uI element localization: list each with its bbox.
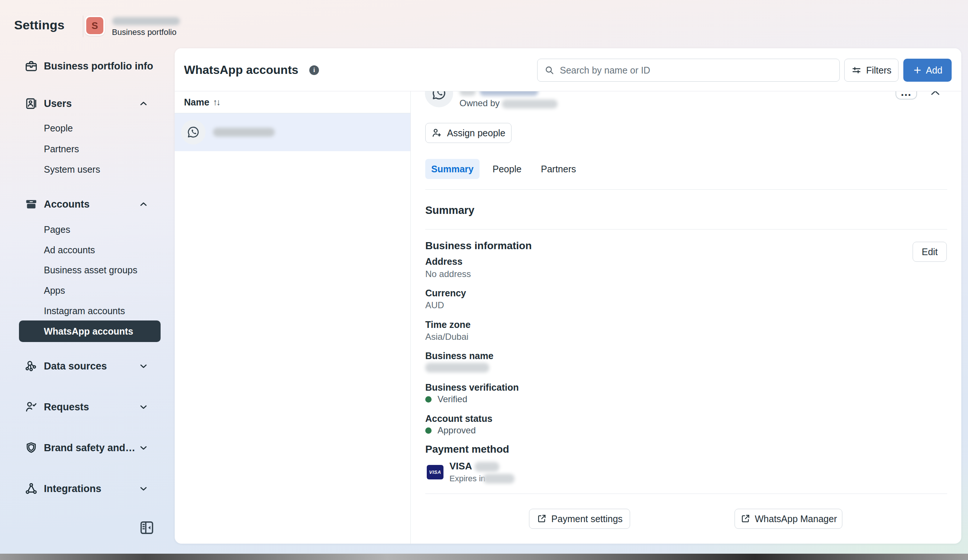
chevron-up-icon[interactable] xyxy=(138,199,149,210)
payment-settings-button[interactable]: Payment settings xyxy=(529,509,630,529)
business-information-heading: Business information xyxy=(425,240,532,252)
whatsapp-manager-button[interactable]: WhatsApp Manager xyxy=(734,509,842,529)
search-icon xyxy=(544,65,555,75)
sidebar-item-whatsapp-accounts-selected[interactable]: WhatsApp accounts xyxy=(19,320,161,342)
sidebar-item-label: People xyxy=(44,123,73,134)
column-name-label: Name xyxy=(184,97,209,108)
payment-method-heading: Payment method xyxy=(425,443,509,455)
info-icon[interactable]: i xyxy=(309,65,319,75)
sidebar-item-data-sources[interactable]: Data sources xyxy=(0,359,175,373)
timezone-label: Time zone xyxy=(425,319,471,330)
main-content-card: Owned by … WhatsApp accounts i Filters A… xyxy=(175,48,961,543)
tab-summary-active[interactable]: Summary xyxy=(425,159,479,179)
verification-status-text: Verified xyxy=(438,394,467,405)
pane-divider xyxy=(410,91,411,543)
assign-people-button[interactable]: Assign people xyxy=(425,123,512,143)
filters-button[interactable]: Filters xyxy=(844,59,898,82)
row-account-name-blurred xyxy=(213,128,275,137)
payment-settings-label: Payment settings xyxy=(551,514,623,524)
chevron-down-icon[interactable] xyxy=(138,484,149,494)
summary-heading: Summary xyxy=(425,204,474,216)
chevron-down-icon[interactable] xyxy=(138,361,149,372)
whatsapp-manager-label: WhatsApp Manager xyxy=(755,514,837,524)
owner-name-blurred xyxy=(502,99,558,109)
sidebar-item-label: Partners xyxy=(44,144,79,154)
sidebar-item-label: Apps xyxy=(44,285,65,296)
sort-icon[interactable]: ↑↓ xyxy=(213,97,220,107)
sidebar-item-label: Business asset groups xyxy=(44,265,138,276)
account-status-text: Approved xyxy=(438,425,476,436)
tab-people[interactable]: People xyxy=(492,159,522,179)
sidebar-item-users[interactable]: Users xyxy=(0,96,175,111)
sidebar-item-people[interactable]: People xyxy=(0,121,175,135)
sidebar-item-label: Accounts xyxy=(44,199,90,210)
assign-people-label: Assign people xyxy=(447,128,505,139)
sidebar-item-label: Instagram accounts xyxy=(44,306,125,316)
search-box[interactable] xyxy=(537,59,840,82)
divider xyxy=(425,494,947,494)
shield-icon xyxy=(25,441,38,454)
page-title: Settings xyxy=(14,18,65,32)
divider xyxy=(425,229,947,230)
search-input[interactable] xyxy=(560,65,827,76)
business-name-blurred xyxy=(112,17,180,25)
tab-partners[interactable]: Partners xyxy=(541,159,576,179)
sidebar-item-requests[interactable]: Requests xyxy=(0,400,175,415)
sidebar-item-brand-safety[interactable]: Brand safety and… xyxy=(0,440,175,455)
business-name-value-blurred xyxy=(425,363,489,372)
sidebar-item-instagram-accounts[interactable]: Instagram accounts xyxy=(0,303,175,318)
portfolio-type-label: Business portfolio xyxy=(112,28,177,37)
sidebar-item-pages[interactable]: Pages xyxy=(0,222,175,237)
account-status-label: Account status xyxy=(425,413,492,424)
data-sources-icon xyxy=(25,360,38,373)
filters-label: Filters xyxy=(866,65,892,76)
archive-box-icon xyxy=(25,198,38,211)
list-column-header[interactable]: Name ↑↓ xyxy=(175,91,410,113)
whatsapp-icon xyxy=(186,125,201,139)
green-status-dot xyxy=(425,428,432,434)
sidebar-item-business-portfolio-info[interactable]: Business portfolio info xyxy=(0,59,175,74)
whatsapp-account-row-selected[interactable] xyxy=(175,113,410,151)
owned-by-label: Owned by xyxy=(459,98,500,109)
card-header: WhatsApp accounts i Filters Add xyxy=(175,48,961,91)
business-avatar[interactable]: S xyxy=(85,16,105,36)
expiry-date-blurred xyxy=(483,474,514,484)
account-status: Approved xyxy=(425,425,476,436)
sidebar-item-partners[interactable]: Partners xyxy=(0,142,175,156)
briefcase-icon xyxy=(25,59,38,73)
chevron-up-icon[interactable] xyxy=(138,98,149,109)
external-link-icon xyxy=(740,514,751,524)
sidebar-item-apps[interactable]: Apps xyxy=(0,283,175,298)
visa-card-icon: VISA xyxy=(427,465,444,479)
verification-status: Verified xyxy=(425,394,467,405)
sidebar-item-label: Ad accounts xyxy=(44,245,95,256)
sidebar-item-integrations[interactable]: Integrations xyxy=(0,481,175,496)
sidebar-item-label: Integrations xyxy=(44,483,101,495)
sidebar-item-ad-accounts[interactable]: Ad accounts xyxy=(0,243,175,257)
business-name-label: Business name xyxy=(425,350,493,361)
divider xyxy=(425,189,947,190)
edit-button[interactable]: Edit xyxy=(913,242,947,262)
sidebar-item-label: WhatsApp accounts xyxy=(44,326,133,337)
chevron-down-icon[interactable] xyxy=(138,443,149,453)
add-label: Add xyxy=(926,65,942,76)
sidebar-item-system-users[interactable]: System users xyxy=(0,162,175,177)
chevron-down-icon[interactable] xyxy=(138,402,149,412)
sidebar-item-accounts[interactable]: Accounts xyxy=(0,197,175,211)
business-verification-label: Business verification xyxy=(425,382,519,393)
plus-icon xyxy=(913,65,922,75)
id-badge-icon xyxy=(25,97,38,110)
sidebar-item-label: Brand safety and… xyxy=(44,442,135,454)
sidebar-item-label: Business portfolio info xyxy=(44,61,153,72)
external-link-icon xyxy=(536,514,547,524)
add-button[interactable]: Add xyxy=(903,59,951,82)
sidebar-item-business-asset-groups[interactable]: Business asset groups xyxy=(0,263,175,278)
sidebar-item-label: Pages xyxy=(44,224,70,235)
expires-label: Expires in xyxy=(449,474,486,484)
integrations-icon xyxy=(25,482,38,496)
currency-label: Currency xyxy=(425,288,466,299)
collapse-sidebar-icon[interactable] xyxy=(138,519,156,536)
timezone-value: Asia/Dubai xyxy=(425,332,468,342)
sidebar-item-label: System users xyxy=(44,164,100,175)
bottom-edge-bar xyxy=(0,554,968,560)
